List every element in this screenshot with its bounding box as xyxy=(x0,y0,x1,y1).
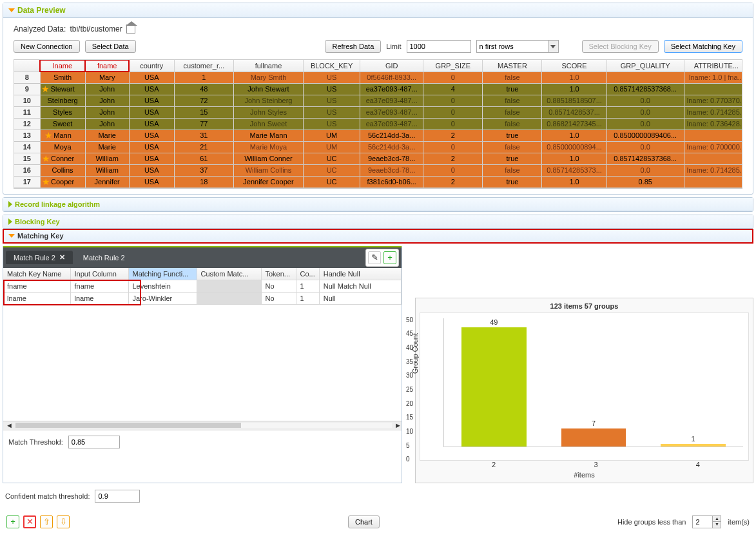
table-row[interactable]: 16CollinsWilliamUSA37William CollinsUC9e… xyxy=(14,164,742,176)
expand-icon xyxy=(8,201,12,207)
mk-column-header[interactable]: Matching Functi... xyxy=(128,268,197,280)
mk-column-header[interactable]: Token... xyxy=(261,268,296,280)
table-row[interactable]: 17★CooperJenniferUSA18Jennifer CooperUCf… xyxy=(14,176,742,188)
column-header[interactable] xyxy=(14,60,40,72)
record-linkage-header[interactable]: Record linkage algorithm xyxy=(3,198,753,211)
chart-title: 123 items 57 groups xyxy=(420,302,749,310)
column-header[interactable]: ATTRIBUTE... xyxy=(684,60,742,72)
column-header[interactable]: lname xyxy=(40,60,85,72)
select-matching-key-button[interactable]: Select Matching Key xyxy=(664,40,742,53)
tab-label: Match Rule 2 xyxy=(14,254,55,262)
column-header[interactable]: country xyxy=(129,60,174,72)
table-row[interactable]: 10SteinbergJohnUSA72John SteinbergUSea37… xyxy=(14,95,742,106)
select-data-button[interactable]: Select Data xyxy=(85,40,136,53)
refresh-data-button[interactable]: Refresh Data xyxy=(325,40,381,53)
data-preview-panel: Data Preview Analyzed Data:tbi/tbi/custo… xyxy=(3,3,753,195)
data-preview-header[interactable]: Data Preview xyxy=(3,3,753,18)
match-threshold-input[interactable] xyxy=(68,436,120,448)
chart-ylabel: Group Count xyxy=(411,333,419,374)
chart-bar[interactable] xyxy=(661,444,726,447)
mk-row[interactable]: fnamefnameLevenshteinNo1Null Match Null xyxy=(3,280,402,292)
mk-column-header[interactable]: Match Key Name xyxy=(3,268,70,280)
confident-threshold-label: Confident match threshold: xyxy=(5,492,90,500)
column-header[interactable]: BLOCK_KEY xyxy=(304,60,360,72)
column-header[interactable]: GRP_SIZE xyxy=(423,60,483,72)
rows-mode-value[interactable] xyxy=(477,41,548,52)
matching-key-header[interactable]: Matching Key xyxy=(3,229,753,243)
record-linkage-panel: Record linkage algorithm xyxy=(3,197,753,212)
chart-bar[interactable] xyxy=(561,428,626,447)
analyzed-data-path: tbi/tbi/customer xyxy=(70,24,122,34)
limit-input[interactable] xyxy=(407,40,471,53)
mk-column-header[interactable]: Co... xyxy=(296,268,319,280)
data-preview-title: Data Preview xyxy=(17,6,66,15)
match-rule-tabbar: Match Rule 2 ✕ Match Rule 2 ✎ + xyxy=(3,246,402,268)
match-key-grid[interactable]: Match Key NameInput ColumnMatching Funct… xyxy=(3,268,402,305)
table-row[interactable]: 14MoyaMarieUSA21Marie MoyaUM56c214dd-3a.… xyxy=(14,141,742,153)
table-row[interactable]: 11StylesJohnUSA15John StylesUSea37e093-4… xyxy=(14,106,742,118)
chevron-down-icon[interactable] xyxy=(548,41,558,52)
spinner-up-icon[interactable]: ▲ xyxy=(713,516,721,522)
column-header[interactable]: customer_r... xyxy=(174,60,233,72)
blocking-key-panel: Blocking Key xyxy=(3,215,753,229)
collapse-icon xyxy=(8,8,15,12)
table-row[interactable]: 15★ConnerWilliamUSA61William ConnerUC9ea… xyxy=(14,153,742,164)
table-row[interactable]: 9★StewartJohnUSA48John StewartUSea37e093… xyxy=(14,83,742,95)
hide-groups-label: Hide groups less than xyxy=(617,518,686,526)
hide-groups-spinner[interactable]: ▲▼ xyxy=(692,515,721,528)
rows-mode-combo[interactable] xyxy=(476,40,559,53)
delete-button[interactable]: ✕ xyxy=(23,515,36,528)
analyzed-data-label: Analyzed Data: xyxy=(14,24,66,34)
matching-key-editor: Match Rule 2 ✕ Match Rule 2 ✎ + Match Ke… xyxy=(3,246,402,483)
move-down-button[interactable]: ⇩ xyxy=(57,515,70,528)
horizontal-scrollbar[interactable]: ◄ ► xyxy=(3,421,402,430)
confident-threshold-input[interactable] xyxy=(95,490,140,503)
spinner-down-icon[interactable]: ▼ xyxy=(713,522,721,528)
table-row[interactable]: 8SmithMaryUSA1Mary SmithUS0f5646ff-8933.… xyxy=(14,72,742,83)
add-button[interactable]: + xyxy=(6,515,19,528)
mk-column-header[interactable]: Input Column xyxy=(70,268,128,280)
chart-button[interactable]: Chart xyxy=(348,515,380,528)
close-icon[interactable]: ✕ xyxy=(59,253,65,262)
group-chart: 123 items 57 groups Group Count 05101520… xyxy=(415,298,753,483)
data-grid[interactable]: lnamefnamecountrycustomer_r...fullnameBL… xyxy=(14,59,742,189)
limit-label: Limit xyxy=(386,43,401,50)
new-connection-button[interactable]: New Connection xyxy=(14,40,80,53)
table-row[interactable]: 12SweetJohnUSA77John SweetUSea37e093-487… xyxy=(14,118,742,130)
column-header[interactable]: SCORE xyxy=(542,60,606,72)
table-row[interactable]: 13★MannMarieUSA31Marie MannUM56c214dd-3a… xyxy=(14,130,742,141)
column-header[interactable]: GID xyxy=(360,60,423,72)
expand-icon xyxy=(8,218,12,225)
move-up-button[interactable]: ⇧ xyxy=(40,515,53,528)
chart-xlabel: #items xyxy=(420,471,749,479)
column-header[interactable]: fname xyxy=(85,60,129,72)
tab-match-rule-active[interactable]: Match Rule 2 ✕ xyxy=(6,251,73,264)
collapse-icon xyxy=(8,234,15,238)
matching-key-panel: Matching Key xyxy=(3,229,753,244)
tab-match-rule[interactable]: Match Rule 2 xyxy=(75,251,133,264)
tab-label: Match Rule 2 xyxy=(83,254,125,262)
chart-bar[interactable] xyxy=(461,327,527,447)
blocking-key-title: Blocking Key xyxy=(15,218,60,226)
record-linkage-title: Record linkage algorithm xyxy=(15,200,100,208)
edit-icon[interactable]: ✎ xyxy=(368,251,381,264)
column-header[interactable]: MASTER xyxy=(483,60,542,72)
column-header[interactable]: GRP_QUALITY xyxy=(606,60,684,72)
items-suffix-label: item(s) xyxy=(728,518,750,526)
add-icon[interactable]: + xyxy=(383,251,396,264)
mk-row[interactable]: lnamelnameJaro-WinklerNo1Null xyxy=(3,292,402,304)
mk-column-header[interactable]: Custom Matc... xyxy=(197,268,261,280)
match-threshold-label: Match Threshold: xyxy=(8,438,63,446)
select-blocking-key-button: Select Blocking Key xyxy=(582,40,659,53)
matching-key-title: Matching Key xyxy=(17,232,64,240)
blocking-key-header[interactable]: Blocking Key xyxy=(3,215,753,229)
mk-column-header[interactable]: Handle Null xyxy=(319,268,401,280)
home-icon[interactable] xyxy=(126,24,135,34)
column-header[interactable]: fullname xyxy=(233,60,303,72)
hide-groups-value[interactable] xyxy=(693,516,712,528)
